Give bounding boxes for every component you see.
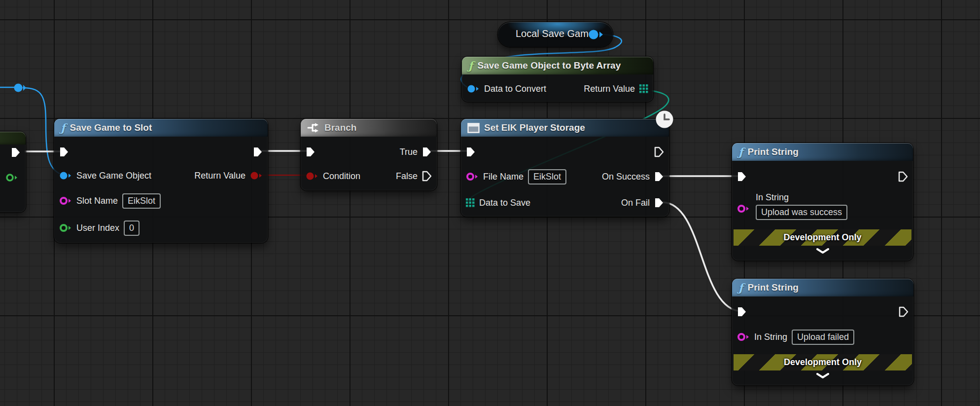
function-icon: ƒ xyxy=(61,122,65,133)
node-save-game-object-to-byte-array[interactable]: ƒ Save Game Object to Byte Array Data to… xyxy=(462,57,653,102)
pin-label: Condition xyxy=(323,171,360,182)
exec-in-pin[interactable] xyxy=(737,170,747,183)
pin-return-value-array[interactable] xyxy=(639,84,648,93)
node-header: Set EIK Player Storage xyxy=(461,119,669,137)
exec-out-pin[interactable] xyxy=(898,170,908,183)
chevron-down-icon[interactable] xyxy=(816,248,830,254)
exec-false-pin[interactable] xyxy=(422,171,432,182)
pin-slot-name[interactable] xyxy=(59,196,72,205)
node-title: Branch xyxy=(324,122,356,133)
node-title: Set EIK Player Storage xyxy=(484,122,585,133)
user-index-field[interactable]: 0 xyxy=(124,221,140,236)
node-print-string-success[interactable]: ƒ Print String In String Upload was succ… xyxy=(732,143,913,260)
exec-in-pin[interactable] xyxy=(306,146,315,158)
pure-function-icon: ƒ xyxy=(468,60,473,71)
in-string-field[interactable]: Upload was success xyxy=(756,205,847,220)
branch-icon xyxy=(307,122,320,133)
exec-out-pin[interactable] xyxy=(899,305,909,318)
pin-label: On Success xyxy=(602,172,650,182)
pin-file-name[interactable] xyxy=(466,172,479,181)
development-only-banner: Development Only xyxy=(734,354,912,370)
node-branch[interactable]: Branch True Condition False xyxy=(301,119,437,190)
exec-out-pin[interactable] xyxy=(11,146,21,159)
clock-icon xyxy=(655,110,674,129)
pin-label: False xyxy=(396,171,418,182)
node-partial-left[interactable] xyxy=(0,132,26,212)
exec-on-fail-pin[interactable] xyxy=(654,197,664,208)
node-title: Save Game to Slot xyxy=(70,122,152,133)
in-string-field[interactable]: Upload failed xyxy=(792,330,854,345)
pin-label: File Name xyxy=(483,172,524,182)
node-header: Branch xyxy=(301,119,437,137)
pin-in-string[interactable] xyxy=(737,204,750,213)
node-title: Print String xyxy=(747,147,798,157)
object-output-pin[interactable] xyxy=(588,28,604,41)
development-only-banner: Development Only xyxy=(734,229,911,246)
chevron-down-icon[interactable] xyxy=(816,373,830,379)
pin-condition[interactable] xyxy=(306,172,318,181)
pin-label: Data to Save xyxy=(479,198,530,208)
pin-label: Return Value xyxy=(194,171,245,181)
pin-label: Data to Convert xyxy=(484,84,546,94)
pin-data-to-convert[interactable] xyxy=(467,84,480,93)
pin-label: On Fail xyxy=(621,198,650,208)
node-print-string-fail[interactable]: ƒ Print String In String Upload failed D… xyxy=(732,279,913,385)
exec-on-success-pin[interactable] xyxy=(654,171,664,182)
node-title: Local Save Game xyxy=(516,28,594,39)
pin-user-index[interactable] xyxy=(59,223,72,232)
node-header: ƒ Print String xyxy=(732,279,913,296)
exec-out-pin[interactable] xyxy=(654,146,664,158)
node-save-game-to-slot[interactable]: ƒ Save Game to Slot Save Game Object Ret… xyxy=(54,119,268,243)
pin-label: True xyxy=(400,147,418,157)
pin-label: Save Game Object xyxy=(76,171,151,181)
int-output-pin[interactable] xyxy=(6,171,19,184)
function-icon: ƒ xyxy=(738,282,743,293)
pin-label: Return Value xyxy=(584,84,635,94)
exec-in-pin[interactable] xyxy=(737,305,747,318)
node-set-eik-player-storage[interactable]: Set EIK Player Storage File Name EikSlot… xyxy=(461,119,669,217)
blueprint-graph-canvas[interactable]: Local Save Game ƒ Save Game Object to By… xyxy=(0,0,980,406)
exec-true-pin[interactable] xyxy=(422,147,432,157)
file-name-field[interactable]: EikSlot xyxy=(528,169,566,185)
slot-name-field[interactable]: EikSlot xyxy=(122,193,161,209)
exec-in-pin[interactable] xyxy=(59,146,69,158)
pin-label: In String xyxy=(756,192,847,203)
pin-label: Slot Name xyxy=(76,196,118,206)
pin-label: User Index xyxy=(76,223,119,233)
node-local-save-game[interactable]: Local Save Game xyxy=(498,22,613,47)
exec-out-pin[interactable] xyxy=(253,146,263,158)
node-header: ƒ Save Game Object to Byte Array xyxy=(462,57,653,74)
pin-label: In String xyxy=(754,332,787,342)
function-icon: ƒ xyxy=(738,147,743,157)
exec-in-pin[interactable] xyxy=(466,146,476,158)
pin-save-game-object[interactable] xyxy=(59,171,72,180)
node-header: ƒ Print String xyxy=(732,143,913,161)
window-icon xyxy=(467,123,480,133)
pin-return-value[interactable] xyxy=(250,171,263,180)
reroute-knot[interactable] xyxy=(14,84,27,92)
pin-data-to-save[interactable] xyxy=(466,198,475,207)
node-title: Print String xyxy=(747,282,798,293)
pin-in-string[interactable] xyxy=(737,332,750,341)
node-title: Save Game Object to Byte Array xyxy=(477,60,621,71)
node-header: ƒ Save Game to Slot xyxy=(54,119,268,137)
wire-exec-onfail-to-print xyxy=(663,202,741,311)
node-header xyxy=(0,132,26,145)
